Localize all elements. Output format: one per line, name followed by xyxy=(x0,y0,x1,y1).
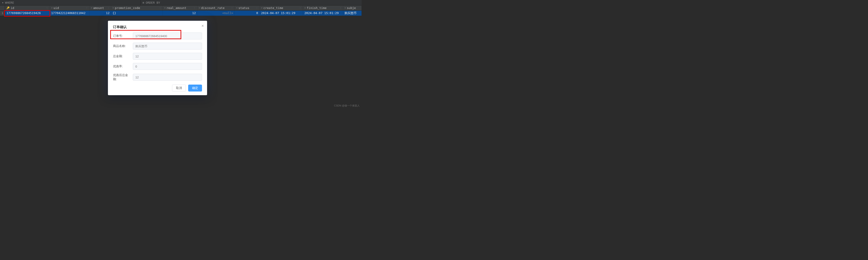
form-row-discount: 优惠率: xyxy=(113,63,202,70)
col-header-id[interactable]: 🔑id⋮ xyxy=(5,5,50,10)
column-type-icon: ⌗ xyxy=(91,5,92,10)
cell-status[interactable]: 0 xyxy=(235,10,260,16)
column-type-icon: ⌗ xyxy=(304,5,306,10)
label-discount: 优惠率: xyxy=(113,64,133,68)
column-type-icon: ⌗ xyxy=(51,5,53,10)
result-table: 🔑id⋮ ⌗uid⋮ ⌗amount⋮ ⌗promotion_code⋮ ⌗re… xyxy=(0,5,362,16)
col-header-promotion-code[interactable]: ⌗promotion_code⋮ xyxy=(111,5,163,10)
cancel-button[interactable]: 取消 xyxy=(172,85,186,92)
form-row-total: 总金额: xyxy=(113,53,202,60)
rownum-header xyxy=(0,5,5,10)
col-header-discount-rate[interactable]: ⌗discount_rate⋮ xyxy=(197,5,235,10)
form-row-order-no: 订单号: xyxy=(113,32,202,39)
column-type-icon: ⌗ xyxy=(113,5,114,10)
cell-id[interactable]: 1776988672684519426 xyxy=(5,10,50,16)
cell-uid[interactable]: 1770422124068311042 xyxy=(50,10,90,16)
form-row-product: 商品名称: xyxy=(113,43,202,50)
key-icon: 🔑 xyxy=(6,5,10,10)
dialog-title: 订单确认 xyxy=(113,25,202,29)
label-product: 商品名称: xyxy=(113,44,133,48)
input-discount[interactable] xyxy=(133,63,202,70)
col-header-uid[interactable]: ⌗uid⋮ xyxy=(50,5,90,10)
col-header-real-amount[interactable]: ⌗real_amount⋮ xyxy=(163,5,197,10)
col-header-create-time[interactable]: ⌗create_time⋮ xyxy=(260,5,303,10)
input-product[interactable] xyxy=(133,43,202,50)
col-header-subject[interactable]: ⌗subje xyxy=(343,5,362,10)
table-header-row: 🔑id⋮ ⌗uid⋮ ⌗amount⋮ ⌗promotion_code⋮ ⌗re… xyxy=(0,5,362,10)
dialog-footer: 取消 确定 xyxy=(113,85,202,92)
where-label: WHERE xyxy=(5,1,14,4)
column-type-icon: ⌗ xyxy=(236,5,238,10)
label-final: 优惠后总金额: xyxy=(113,73,133,82)
confirm-button[interactable]: 确定 xyxy=(188,85,202,92)
cell-amount[interactable]: 12 xyxy=(90,10,111,16)
row-number: 1 xyxy=(0,10,5,16)
column-type-icon: ⌗ xyxy=(164,5,165,10)
col-header-status[interactable]: ⌗status⋮ xyxy=(235,5,260,10)
column-type-icon: ⌗ xyxy=(261,5,262,10)
table-row[interactable]: 1 1776988672684519426 177042212406831104… xyxy=(0,10,362,16)
input-final[interactable] xyxy=(133,74,202,81)
cell-create-time[interactable]: 2024-04-07 15:01:29 xyxy=(260,10,303,16)
column-type-icon: ⌗ xyxy=(199,5,200,10)
column-type-icon: ⌗ xyxy=(344,5,346,10)
form-row-final: 优惠后总金额: xyxy=(113,73,202,82)
col-header-amount[interactable]: ⌗amount⋮ xyxy=(90,5,111,10)
where-section[interactable]: ▾ WHERE xyxy=(0,0,141,5)
watermark: CSDN @做一个体面人 xyxy=(334,104,360,107)
orderby-label: ORDER BY xyxy=(146,1,160,4)
close-icon[interactable]: × xyxy=(201,24,204,28)
cell-discount-rate[interactable]: <null> xyxy=(197,10,235,16)
input-total[interactable] xyxy=(133,53,202,60)
cell-subject[interactable]: 购买憨币 xyxy=(343,10,362,16)
cell-promotion-code[interactable]: {} xyxy=(111,10,163,16)
input-order-no[interactable] xyxy=(133,32,202,39)
cell-finish-time[interactable]: 2024-04-07 15:01:29 xyxy=(303,10,343,16)
label-total: 总金额: xyxy=(113,54,133,58)
col-header-finish-time[interactable]: ⌗finish_time⋮ xyxy=(303,5,343,10)
filter-bar: ▾ WHERE ≡ ORDER BY xyxy=(0,0,362,5)
sort-icon: ≡ xyxy=(143,1,144,4)
filter-icon: ▾ xyxy=(2,1,4,4)
order-confirm-dialog: 订单确认 × 订单号: 商品名称: 总金额: 优惠率: 优惠后总金额: 取消 确… xyxy=(108,21,207,95)
cell-real-amount[interactable]: 12 xyxy=(163,10,197,16)
orderby-section[interactable]: ≡ ORDER BY xyxy=(141,0,362,5)
label-order-no: 订单号: xyxy=(113,34,133,38)
